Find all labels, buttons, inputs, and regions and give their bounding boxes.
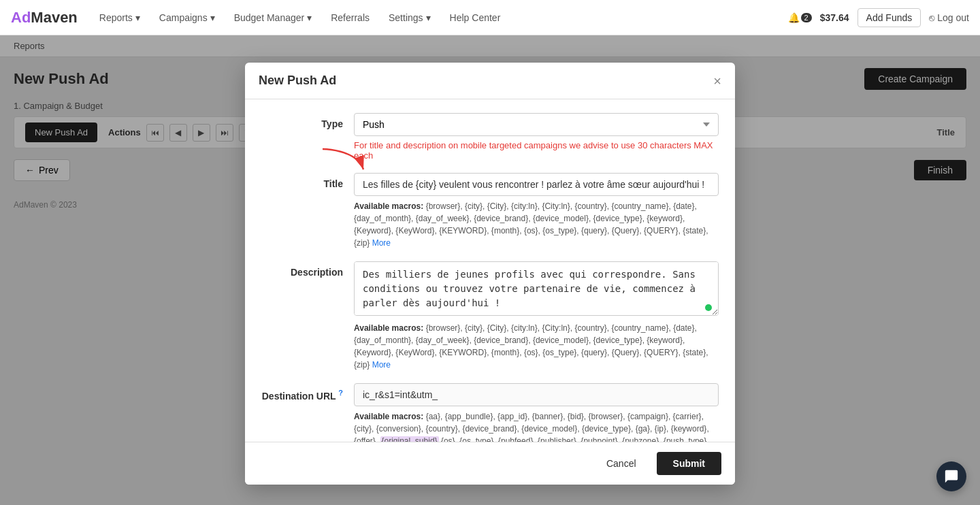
desc-macros-more-link[interactable]: More bbox=[372, 360, 391, 370]
notification-badge: 2 bbox=[801, 13, 812, 22]
modal-body: Type PushIn-Page Push For title and desc… bbox=[245, 99, 735, 442]
new-push-ad-modal: New Push Ad × Type PushIn-Page Push For … bbox=[245, 63, 735, 485]
cancel-button[interactable]: Cancel bbox=[593, 452, 650, 475]
brand-text-maven: Maven bbox=[31, 9, 77, 27]
title-input[interactable] bbox=[354, 173, 719, 196]
url-question-mark[interactable]: ? bbox=[338, 389, 343, 397]
url-row: Destination URL ? Available macros: {aa}… bbox=[261, 383, 719, 442]
brand-text: Ad bbox=[11, 9, 31, 27]
logout-icon: ⎋ bbox=[929, 12, 934, 23]
description-row: Description Des milliers de jeunes profi… bbox=[261, 261, 719, 371]
title-content: Available macros: {browser}, {city}, {Ci… bbox=[354, 173, 719, 249]
description-label: Description bbox=[261, 261, 343, 278]
title-macros-more-link[interactable]: More bbox=[372, 238, 391, 248]
type-hint: For title and description on mobile targ… bbox=[354, 140, 719, 161]
textarea-wrap: Des milliers de jeunes profils avec qui … bbox=[354, 261, 719, 318]
type-content: PushIn-Page Push For title and descripti… bbox=[354, 113, 719, 161]
nav-help-center[interactable]: Help Center bbox=[442, 8, 509, 27]
bell-icon: 🔔 bbox=[788, 12, 800, 23]
brand-logo[interactable]: AdMaven bbox=[11, 9, 78, 27]
modal-title: New Push Ad bbox=[259, 74, 336, 88]
modal-close-button[interactable]: × bbox=[713, 74, 721, 88]
url-label: Destination URL ? bbox=[261, 383, 343, 402]
modal-overlay: New Push Ad × Type PushIn-Page Push For … bbox=[0, 35, 980, 505]
title-row: Title Available macros: {browser}, {city… bbox=[261, 173, 719, 249]
desc-macros: Available macros: {browser}, {city}, {Ci… bbox=[354, 322, 719, 371]
chat-bubble-button[interactable] bbox=[936, 461, 966, 491]
submit-button[interactable]: Submit bbox=[657, 452, 721, 475]
chevron-down-icon: ▾ bbox=[210, 12, 215, 23]
chat-icon bbox=[944, 469, 959, 484]
description-textarea[interactable]: Des milliers de jeunes profils avec qui … bbox=[354, 261, 719, 316]
nav-right: 🔔 2 $37.64 Add Funds ⎋ Log out bbox=[788, 8, 969, 27]
nav-campaigns[interactable]: Campaigns ▾ bbox=[151, 8, 223, 27]
nav-referrals[interactable]: Referrals bbox=[323, 8, 378, 27]
balance-amount: $37.64 bbox=[820, 12, 849, 23]
chevron-down-icon: ▾ bbox=[307, 12, 312, 23]
add-funds-button[interactable]: Add Funds bbox=[858, 8, 921, 27]
nav-budget-manager[interactable]: Budget Manager ▾ bbox=[226, 8, 321, 27]
url-macro-highlight: {original_subid} bbox=[380, 436, 439, 442]
green-dot-indicator bbox=[705, 304, 712, 311]
nav-settings[interactable]: Settings ▾ bbox=[380, 8, 439, 27]
url-input[interactable] bbox=[354, 383, 719, 406]
notifications[interactable]: 🔔 2 bbox=[788, 12, 812, 23]
title-macros: Available macros: {browser}, {city}, {Ci… bbox=[354, 200, 719, 249]
navbar: AdMaven Reports ▾ Campaigns ▾ Budget Man… bbox=[0, 0, 980, 35]
logout-button[interactable]: ⎋ Log out bbox=[929, 12, 969, 23]
arrow-indicator bbox=[316, 146, 370, 180]
description-content: Des milliers de jeunes profils avec qui … bbox=[354, 261, 719, 371]
modal-footer: Cancel Submit bbox=[245, 442, 735, 485]
type-select[interactable]: PushIn-Page Push bbox=[354, 113, 719, 136]
nav-items: Reports ▾ Campaigns ▾ Budget Manager ▾ R… bbox=[91, 8, 788, 27]
nav-reports[interactable]: Reports ▾ bbox=[91, 8, 148, 27]
page-background: Reports New Push Ad Create Campaign 1. C… bbox=[0, 35, 980, 505]
modal-header: New Push Ad × bbox=[245, 63, 735, 99]
type-label: Type bbox=[261, 113, 343, 129]
chevron-down-icon: ▾ bbox=[426, 12, 431, 23]
url-content: Available macros: {aa}, {app_bundle}, {a… bbox=[354, 383, 719, 442]
chevron-down-icon: ▾ bbox=[135, 12, 140, 23]
url-macros: Available macros: {aa}, {app_bundle}, {a… bbox=[354, 410, 719, 442]
